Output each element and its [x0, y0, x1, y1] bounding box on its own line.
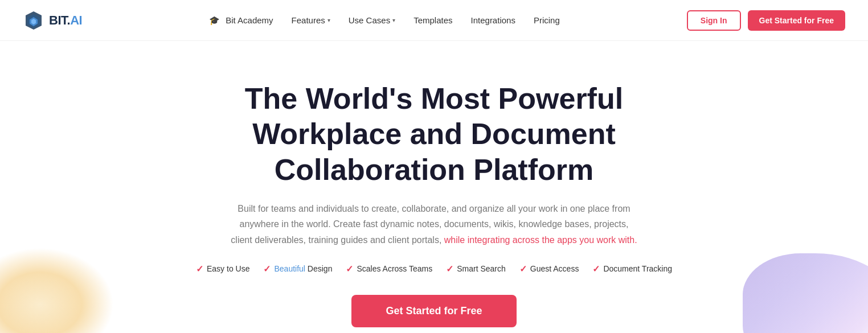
checkmark-icon: ✓	[196, 264, 203, 274]
signin-button[interactable]: Sign In	[687, 10, 741, 31]
nav-use-cases[interactable]: Use Cases ▾	[349, 15, 395, 25]
feature-label: Scales Across Teams	[357, 264, 432, 273]
cta-nav-button[interactable]: Get Started for Free	[748, 10, 845, 31]
checkmark-icon: ✓	[346, 264, 353, 274]
feature-document-tracking: ✓ Document Tracking	[592, 264, 672, 274]
hero-title: The World's Most Powerful Workplace and …	[178, 81, 690, 187]
header: BIT.AI 🎓 Bit Academy Features ▾ Use Case…	[0, 0, 868, 41]
logo-text: BIT.AI	[49, 13, 82, 28]
logo[interactable]: BIT.AI	[23, 10, 82, 31]
feature-label: Easy to Use	[207, 264, 249, 273]
cta-hero-button[interactable]: Get Started for Free	[351, 295, 516, 327]
nav-pricing[interactable]: Pricing	[534, 15, 560, 25]
hero-section: The World's Most Powerful Workplace and …	[0, 41, 868, 333]
graduation-cap-icon: 🎓	[209, 15, 220, 26]
checkmark-icon: ✓	[446, 264, 453, 274]
hero-content: The World's Most Powerful Workplace and …	[178, 81, 690, 327]
feature-label: Smart Search	[457, 264, 506, 273]
feature-beautiful-design: ✓ Beautiful Design	[263, 264, 332, 274]
nav-academy[interactable]: 🎓 Bit Academy	[209, 15, 273, 26]
checkmark-icon: ✓	[263, 264, 271, 274]
highlight-pink: while integrating across the apps you wo…	[444, 235, 637, 245]
chevron-down-icon: ▾	[392, 17, 395, 23]
nav-actions: Sign In Get Started for Free	[687, 10, 845, 31]
hero-subtitle: Built for teams and individuals to creat…	[229, 201, 639, 248]
feature-label: Document Tracking	[603, 264, 672, 273]
nav-templates[interactable]: Templates	[413, 15, 452, 25]
decorative-blob-left	[0, 248, 114, 333]
feature-guest-access: ✓ Guest Access	[519, 264, 579, 274]
main-nav: 🎓 Bit Academy Features ▾ Use Cases ▾ Tem…	[209, 15, 560, 26]
decorative-blob-right	[743, 253, 868, 333]
feature-badges: ✓ Easy to Use ✓ Beautiful Design ✓ Scale…	[178, 264, 690, 274]
nav-integrations[interactable]: Integrations	[471, 15, 515, 25]
nav-features[interactable]: Features ▾	[292, 15, 330, 25]
checkmark-icon: ✓	[592, 264, 600, 274]
feature-scales-across-teams: ✓ Scales Across Teams	[346, 264, 432, 274]
feature-label: Beautiful Design	[274, 264, 332, 273]
feature-label: Guest Access	[530, 264, 579, 273]
feature-easy-to-use: ✓ Easy to Use	[196, 264, 249, 274]
feature-smart-search: ✓ Smart Search	[446, 264, 506, 274]
checkmark-icon: ✓	[519, 264, 527, 274]
chevron-down-icon: ▾	[327, 17, 330, 23]
logo-icon	[23, 10, 44, 31]
